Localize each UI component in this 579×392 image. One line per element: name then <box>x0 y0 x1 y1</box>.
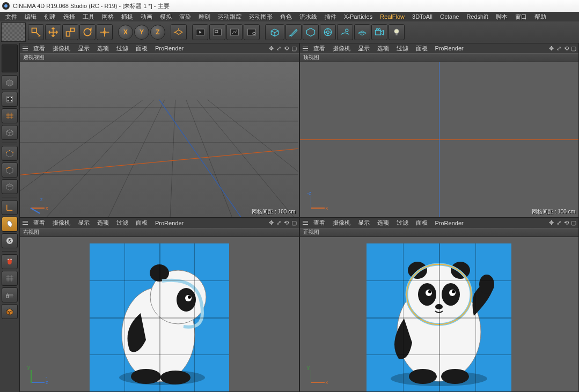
vp-move-icon[interactable]: ✥ <box>268 219 275 227</box>
viewport-perspective[interactable]: 查看 摄像机 显示 选项 过滤 面板 ProRender ✥ ⤢ ⟲ ▢ 透视视… <box>19 43 299 218</box>
viewport-hamburger-icon[interactable] <box>301 47 310 50</box>
recent-tool[interactable] <box>97 24 113 40</box>
vp-menu-display[interactable]: 显示 <box>354 45 373 53</box>
viewport-right[interactable]: 查看 摄像机 显示 选项 过滤 面板 ProRender ✥ ⤢ ⟲ ▢ 右视图 <box>19 218 299 393</box>
vp-rotate-icon[interactable]: ⟲ <box>283 45 290 52</box>
vp-zoom-icon[interactable]: ⤢ <box>275 45 283 52</box>
vp-menu-view[interactable]: 查看 <box>30 219 49 227</box>
axis-mode-button[interactable] <box>2 200 18 215</box>
menu-select[interactable]: 选择 <box>60 13 78 21</box>
menu-animate[interactable]: 动画 <box>137 13 156 21</box>
viewport-hamburger-icon[interactable] <box>21 221 30 225</box>
vp-menu-camera[interactable]: 摄像机 <box>329 45 354 53</box>
make-editable-button[interactable] <box>2 75 18 90</box>
rotate-tool[interactable] <box>79 24 96 40</box>
menu-character[interactable]: 角色 <box>277 13 295 21</box>
vp-zoom-icon[interactable]: ⤢ <box>555 219 562 227</box>
preview-thumbnail[interactable] <box>2 45 18 72</box>
menu-xparticles[interactable]: X-Particles <box>341 13 376 20</box>
vp-move-icon[interactable]: ✥ <box>547 45 555 52</box>
render-view-button[interactable] <box>192 24 208 40</box>
vp-menu-display[interactable]: 显示 <box>354 219 373 227</box>
vp-maximize-icon[interactable]: ▢ <box>570 45 577 52</box>
vp-menu-options[interactable]: 选项 <box>93 45 113 53</box>
vp-menu-panel[interactable]: 面板 <box>412 219 431 227</box>
vp-menu-camera[interactable]: 摄像机 <box>329 219 354 227</box>
coord-system-button[interactable] <box>171 24 187 40</box>
vp-menu-camera[interactable]: 摄像机 <box>49 45 74 53</box>
menu-mesh[interactable]: 网格 <box>99 13 117 21</box>
camera-button[interactable] <box>371 24 387 40</box>
vp-menu-filter[interactable]: 过滤 <box>113 219 132 227</box>
magnet-button[interactable] <box>2 254 18 269</box>
primitive-cube-button[interactable] <box>265 24 284 40</box>
vp-maximize-icon[interactable]: ▢ <box>570 219 577 227</box>
viewport-hamburger-icon[interactable] <box>21 47 30 50</box>
live-select-tool[interactable] <box>28 24 44 40</box>
menu-realflow[interactable]: RealFlow <box>377 13 408 20</box>
axis-z-toggle[interactable]: Z <box>150 25 165 40</box>
uv-button[interactable] <box>2 304 18 319</box>
menu-script[interactable]: 脚本 <box>493 13 511 21</box>
tweak-mode-button[interactable] <box>2 217 18 232</box>
menu-3dtoall[interactable]: 3DToAll <box>409 13 436 20</box>
workplane-button[interactable] <box>2 271 18 286</box>
render-region-button[interactable] <box>209 24 225 40</box>
menu-help[interactable]: 帮助 <box>531 13 549 21</box>
menu-sculpt[interactable]: 雕刻 <box>195 13 214 21</box>
viewport-front[interactable]: 查看 摄像机 显示 选项 过滤 面板 ProRender ✥ ⤢ ⟲ ▢ 正视图 <box>299 218 580 393</box>
menu-motiontrack[interactable]: 运动跟踪 <box>215 13 245 21</box>
menu-octane[interactable]: Octane <box>437 13 462 20</box>
scale-tool[interactable] <box>62 24 78 40</box>
vp-menu-prorender[interactable]: ProRender <box>151 220 187 226</box>
vp-rotate-icon[interactable]: ⟲ <box>562 45 570 52</box>
menu-simulate[interactable]: 模拟 <box>157 13 175 21</box>
vp-menu-filter[interactable]: 过滤 <box>393 219 412 227</box>
axis-x-toggle[interactable]: X <box>118 25 133 40</box>
vp-menu-display[interactable]: 显示 <box>74 219 93 227</box>
vp-menu-panel[interactable]: 面板 <box>132 219 151 227</box>
menu-create[interactable]: 创建 <box>41 13 59 21</box>
vp-menu-options[interactable]: 选项 <box>373 219 393 227</box>
vp-menu-view[interactable]: 查看 <box>310 219 329 227</box>
spline-pen-button[interactable] <box>285 24 302 40</box>
vp-menu-options[interactable]: 选项 <box>373 45 393 53</box>
vp-rotate-icon[interactable]: ⟲ <box>562 219 570 227</box>
generator-button[interactable] <box>303 24 319 40</box>
lock-workplane-button[interactable] <box>2 287 18 302</box>
vp-menu-panel[interactable]: 面板 <box>412 45 431 53</box>
vp-move-icon[interactable]: ✥ <box>268 45 275 52</box>
menu-render[interactable]: 渲染 <box>176 13 194 21</box>
menu-plugins[interactable]: 插件 <box>321 13 340 21</box>
vp-menu-display[interactable]: 显示 <box>74 45 93 53</box>
axis-y-toggle[interactable]: Y <box>134 25 149 40</box>
vp-menu-prorender[interactable]: ProRender <box>431 45 467 51</box>
menu-tools[interactable]: 工具 <box>79 13 98 21</box>
texture-mode-button[interactable] <box>2 108 18 123</box>
vp-menu-view[interactable]: 查看 <box>30 45 49 53</box>
vp-menu-camera[interactable]: 摄像机 <box>49 219 74 227</box>
vp-maximize-icon[interactable]: ▢ <box>290 45 298 52</box>
move-tool[interactable] <box>45 24 61 40</box>
environment-button[interactable] <box>337 24 353 40</box>
menu-file[interactable]: 文件 <box>2 13 20 21</box>
vp-rotate-icon[interactable]: ⟲ <box>283 219 290 227</box>
deformer-button[interactable] <box>320 24 336 40</box>
viewport-hamburger-icon[interactable] <box>301 221 310 225</box>
polygon-mode-button[interactable] <box>2 179 18 194</box>
vp-zoom-icon[interactable]: ⤢ <box>275 219 283 227</box>
object-mode-button[interactable] <box>2 125 18 140</box>
vp-menu-filter[interactable]: 过滤 <box>113 45 132 53</box>
vp-menu-prorender[interactable]: ProRender <box>431 220 467 226</box>
menu-redshift[interactable]: Redshift <box>463 13 491 20</box>
vp-zoom-icon[interactable]: ⤢ <box>555 45 562 52</box>
vp-move-icon[interactable]: ✥ <box>547 219 555 227</box>
floor-button[interactable] <box>354 24 370 40</box>
snap-toggle-button[interactable]: S <box>2 233 18 248</box>
light-button[interactable] <box>389 24 405 40</box>
viewport-top[interactable]: 查看 摄像机 显示 选项 过滤 面板 ProRender ✥ ⤢ ⟲ ▢ 顶视图… <box>299 43 580 218</box>
vp-menu-options[interactable]: 选项 <box>93 219 113 227</box>
texture-swatch[interactable] <box>1 23 26 42</box>
menu-mograph[interactable]: 运动图形 <box>246 13 276 21</box>
vp-menu-view[interactable]: 查看 <box>310 45 329 53</box>
